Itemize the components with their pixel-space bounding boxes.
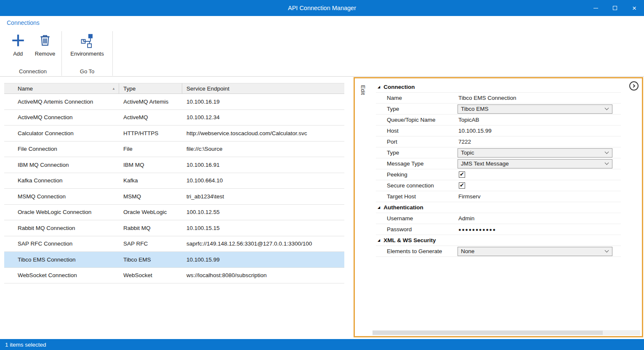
property-row: Queue/Topic Name TopicAB <box>376 115 621 126</box>
cell-name: Kafka Connection <box>4 177 119 184</box>
table-row[interactable]: File Connection File file://c:\Source <box>4 142 344 158</box>
table-row[interactable]: MSMQ Connection MSMQ tri_ab1234\test <box>4 189 344 205</box>
dropdown-select[interactable]: None <box>458 247 612 256</box>
window-title: API Connection Manager <box>288 5 356 11</box>
edit-tab-label: Edit <box>360 85 366 95</box>
sort-ascending-icon: ▲ <box>112 87 115 91</box>
chevron-down-icon <box>605 150 609 154</box>
tab-connections[interactable]: Connections <box>7 19 40 26</box>
column-header-name-label: Name <box>18 85 33 92</box>
section-title: Connection <box>383 84 415 90</box>
property-row: Type Topic <box>376 147 621 158</box>
cell-endpoint: tri_ab1234\test <box>182 193 344 200</box>
cell-name: SAP RFC Connection <box>4 240 119 247</box>
add-button-label: Add <box>13 51 23 57</box>
close-button[interactable]: × <box>625 0 644 16</box>
environments-icon <box>80 31 95 50</box>
status-text: 1 items selected <box>5 342 46 348</box>
cell-type: File <box>119 146 182 152</box>
column-header-endpoint[interactable]: Service Endpoint <box>182 83 344 94</box>
password-field-value[interactable]: ●●●●●●●●●●● <box>458 227 496 232</box>
table-row[interactable]: Kafka Connection Kafka 10.100.664.10 <box>4 173 344 189</box>
environments-button[interactable]: Environments <box>68 30 106 58</box>
section-header[interactable]: ◢ Connection <box>376 82 621 93</box>
field-label: Name <box>376 95 458 101</box>
collapse-panel-button[interactable] <box>629 81 639 91</box>
dropdown-select[interactable]: Topic <box>458 148 612 158</box>
cell-type: HTTP/HTTPS <box>119 130 182 136</box>
field-value: None <box>461 248 474 254</box>
plus-icon <box>11 31 26 50</box>
field-label: Target Host <box>376 193 458 200</box>
ribbon-body: Add Remove Connection <box>0 29 644 77</box>
property-row: Elements to Generate None <box>376 246 621 257</box>
section-title: Authentication <box>383 204 423 211</box>
environments-button-label: Environments <box>70 51 104 57</box>
section-header[interactable]: ◢ XML & WS Security <box>376 235 621 246</box>
cell-type: MSMQ <box>119 193 182 200</box>
cell-type: SAP RFC <box>119 240 182 247</box>
minimize-button[interactable] <box>586 0 605 16</box>
field-value[interactable]: Firmserv <box>458 193 481 200</box>
cell-type: IBM MQ <box>119 162 182 168</box>
table-row[interactable]: SAP RFC Connection SAP RFC saprfc://149.… <box>4 236 344 252</box>
table-row[interactable]: Oracle WebLogic Connection Oracle WebLog… <box>4 205 344 221</box>
field-label: Secure connection <box>376 182 458 189</box>
ribbon: Connections Add <box>0 16 644 77</box>
ribbon-group-goto: Environments Go To <box>62 29 112 77</box>
cell-name: File Connection <box>4 146 119 152</box>
table-row[interactable]: IBM MQ Connection IBM MQ 10.100.16.91 <box>4 157 344 173</box>
chevron-down-icon <box>605 161 609 165</box>
cell-type: Kafka <box>119 177 182 184</box>
table-row[interactable]: ActiveMQ Connection ActiveMQ 10.100.12.3… <box>4 110 344 126</box>
checkbox[interactable] <box>459 182 465 189</box>
checkbox[interactable] <box>459 171 465 178</box>
window-controls: × <box>586 0 644 16</box>
cell-name: Tibco EMS Connection <box>4 256 119 263</box>
trash-icon <box>38 31 52 50</box>
field-label: Type <box>376 150 458 156</box>
app-window: API Connection Manager × Connections Add <box>0 0 644 350</box>
field-value: Topic <box>461 150 474 156</box>
cell-type: ActiveMQ <box>119 114 182 120</box>
table-row[interactable]: Tibco EMS Connection Tibco EMS 10.100.15… <box>4 252 344 268</box>
field-label: Type <box>376 106 458 112</box>
edit-tab[interactable]: Edit <box>355 78 373 336</box>
table-row[interactable]: Rabbit MQ Connection Rabbit MQ 10.100.15… <box>4 220 344 236</box>
property-row: Type Tibco EMS <box>376 104 621 115</box>
table-row[interactable]: WebSocket Connection WebSocket ws://loca… <box>4 268 344 284</box>
remove-button[interactable]: Remove <box>32 30 58 58</box>
status-bar: 1 items selected <box>0 339 644 350</box>
field-value[interactable]: 10.100.15.99 <box>458 128 492 134</box>
scrollbar-thumb[interactable] <box>373 331 603 335</box>
cell-endpoint: 100.10.12.55 <box>182 209 344 215</box>
column-header-type[interactable]: Type <box>119 83 182 94</box>
table-row[interactable]: ActiveMQ Artemis Connection ActiveMQ Art… <box>4 94 344 110</box>
field-value[interactable]: 7222 <box>458 139 471 145</box>
cell-name: ActiveMQ Artemis Connection <box>4 99 119 105</box>
cell-endpoint: 10.100.15.15 <box>182 225 344 231</box>
cell-type: Oracle WebLogic <box>119 209 182 215</box>
maximize-button[interactable] <box>605 0 625 16</box>
cell-endpoint: http://webservice.toscacloud.com/Calcula… <box>182 130 344 136</box>
cell-name: ActiveMQ Connection <box>4 114 119 120</box>
connections-table-body: ActiveMQ Artemis Connection ActiveMQ Art… <box>4 94 344 283</box>
field-label: Queue/Topic Name <box>376 117 458 123</box>
edit-horizontal-scrollbar[interactable] <box>373 330 640 335</box>
cell-endpoint: 10.100.12.34 <box>182 114 344 120</box>
field-value[interactable]: Admin <box>458 215 474 222</box>
titlebar: API Connection Manager × <box>0 0 644 16</box>
dropdown-select[interactable]: JMS Text Message <box>458 159 612 168</box>
table-row[interactable]: Calculator Connection HTTP/HTTPS http://… <box>4 126 344 142</box>
add-button[interactable]: Add <box>8 30 28 58</box>
section-header[interactable]: ◢ Authentication <box>376 202 621 213</box>
property-row: Target Host Firmserv <box>376 191 621 202</box>
edit-panel: Edit ◢ Connection Name Tibco EMS Connect… <box>354 77 643 337</box>
dropdown-select[interactable]: Tibco EMS <box>458 104 612 114</box>
cell-type: ActiveMQ Artemis <box>119 99 182 105</box>
chevron-down-icon <box>605 248 609 253</box>
field-value[interactable]: TopicAB <box>458 117 479 123</box>
field-value[interactable]: Tibco EMS Connection <box>458 95 516 101</box>
column-header-name[interactable]: Name ▲ <box>4 83 119 94</box>
property-row: Host 10.100.15.99 <box>376 126 621 136</box>
